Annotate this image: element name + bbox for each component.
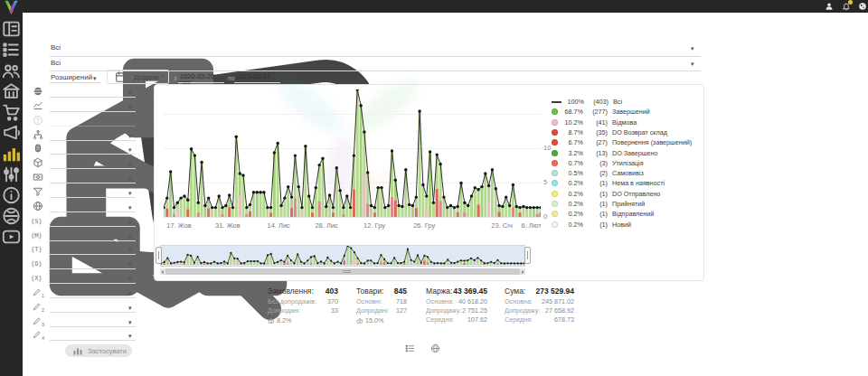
- filter-select[interactable]: [50, 102, 127, 111]
- date-to-input[interactable]: 2023-03-21: [236, 73, 270, 80]
- legend-item[interactable]: 0.5%(2)Самовивіз: [552, 168, 644, 178]
- filter-caret[interactable]: ▾: [128, 133, 132, 139]
- sidebar-item-dashboard[interactable]: [0, 19, 23, 39]
- filter-select[interactable]: [50, 145, 127, 154]
- brush-handle-left[interactable]: [156, 247, 162, 264]
- filter-select[interactable]: [50, 274, 127, 283]
- stat-sub-label: Середня:: [505, 316, 533, 323]
- help-icon: [33, 115, 43, 126]
- sidebar-item-cart[interactable]: [0, 102, 23, 122]
- filter-caret[interactable]: ▾: [128, 104, 132, 110]
- scroll-left-arrow[interactable]: [161, 270, 164, 274]
- filter-caret[interactable]: ▾: [128, 204, 132, 211]
- filter-caret[interactable]: ▾: [128, 319, 132, 325]
- filter-select[interactable]: [50, 331, 127, 340]
- legend-dot-swatch: [552, 180, 558, 186]
- sidebar-item-customers[interactable]: [0, 61, 23, 80]
- banknote-icon: [33, 172, 43, 183]
- filter-caret[interactable]: ▾: [128, 233, 132, 240]
- legend-item[interactable]: 6.7%(27)Повернення (завершений): [552, 137, 692, 147]
- filter-underline: [50, 111, 136, 112]
- filter-caret[interactable]: ▾: [128, 89, 132, 96]
- scroll-right-arrow[interactable]: [522, 270, 524, 274]
- funnel-icon: [33, 186, 43, 197]
- legend-item[interactable]: 0.7%(3)Утилізація: [552, 158, 644, 168]
- app-logo[interactable]: [3, 0, 20, 15]
- filter-select[interactable]: [50, 317, 127, 326]
- legend-item[interactable]: 0.2%(1)Нема в наявності: [552, 178, 665, 188]
- sidebar-item-settings[interactable]: [0, 164, 23, 184]
- legend-item[interactable]: 100%(403)Всі: [552, 97, 622, 107]
- date-field-select[interactable]: Додане ▾: [107, 70, 169, 84]
- legend-percent: 0.5%: [558, 169, 583, 177]
- legend-item[interactable]: 68.7%(277)Завершений: [552, 107, 650, 117]
- filter-select[interactable]: [50, 159, 127, 168]
- legend-item[interactable]: 3.2%(13)DO Завершено: [552, 148, 658, 158]
- x-axis-tick: 23. Січ: [491, 222, 513, 230]
- filter-caret[interactable]: ▾: [128, 190, 132, 196]
- product-filter-value[interactable]: Всі: [51, 60, 61, 67]
- category-filter-value[interactable]: Всі: [51, 44, 61, 52]
- legend-item[interactable]: 0.2%(1)DO Отправлено: [552, 189, 660, 199]
- globe-view-icon[interactable]: [430, 343, 440, 353]
- notifications-icon[interactable]: [842, 2, 851, 11]
- filter-underline: [50, 126, 136, 127]
- filter-caret[interactable]: ▾: [128, 146, 132, 153]
- sidebar-item-tutorials[interactable]: [0, 227, 23, 247]
- filter-select[interactable]: [50, 288, 127, 297]
- cube-icon: [33, 157, 43, 168]
- product-filter-caret[interactable]: ▾: [691, 61, 694, 67]
- filter-caret[interactable]: ▾: [128, 290, 132, 296]
- filter-select[interactable]: [50, 117, 127, 126]
- search-mode-select[interactable]: Розширений: [51, 74, 92, 81]
- apply-button[interactable]: Застосувати: [65, 344, 132, 357]
- legend-item[interactable]: 0.2%(1)Прийнятий: [552, 199, 645, 209]
- filter-select[interactable]: [50, 217, 127, 226]
- filter-select[interactable]: [50, 259, 127, 268]
- legend-item[interactable]: 0.2%(1)Новий: [552, 220, 631, 230]
- filter-select[interactable]: [50, 188, 127, 197]
- token-icon: {M}: [31, 232, 42, 240]
- stat-sub-label: Допродажу:: [426, 307, 461, 314]
- filter-caret[interactable]: ▾: [128, 175, 132, 182]
- search-mode-caret[interactable]: ▾: [93, 75, 97, 81]
- filter-select[interactable]: [50, 88, 127, 97]
- filter-caret[interactable]: ▾: [128, 219, 132, 225]
- filter-select[interactable]: [50, 245, 127, 254]
- theme-icon[interactable]: [858, 2, 867, 11]
- filter-caret[interactable]: ▾: [128, 333, 132, 339]
- legend-item[interactable]: 10.2%(41)Відмова: [552, 118, 637, 127]
- brush-chart[interactable]: [161, 246, 524, 266]
- date-field-caret: ▾: [162, 73, 165, 80]
- filter-caret[interactable]: ▾: [128, 161, 132, 167]
- filter-caret[interactable]: ▾: [128, 247, 132, 253]
- table-view-icon[interactable]: [405, 343, 415, 353]
- sidebar-item-store[interactable]: [0, 81, 23, 101]
- filter-select[interactable]: [50, 131, 127, 140]
- filter-caret[interactable]: ▾: [128, 118, 132, 125]
- scrollbar-thumb[interactable]: [165, 268, 520, 275]
- filter-select[interactable]: [50, 202, 127, 212]
- x-axis-tick: 6. Лют: [521, 222, 541, 230]
- sidebar-item-marketing[interactable]: [0, 123, 23, 143]
- filter-select[interactable]: [50, 174, 127, 183]
- filter-caret[interactable]: ▾: [128, 305, 132, 311]
- sidebar-item-analytics[interactable]: [0, 144, 23, 164]
- orders-chart[interactable]: [164, 89, 541, 218]
- topbar: [0, 0, 868, 13]
- filter-caret[interactable]: ▾: [128, 276, 132, 282]
- sidebar-item-info[interactable]: [0, 185, 23, 205]
- sidebar-item-orders[interactable]: [0, 40, 23, 60]
- filter-select[interactable]: [50, 303, 127, 312]
- filter-select[interactable]: [50, 231, 127, 240]
- account-icon[interactable]: [825, 2, 834, 11]
- date-from-input[interactable]: 2020-03-20: [180, 73, 214, 80]
- legend-item[interactable]: 8.7%(35)DO Возврат склад: [552, 127, 667, 137]
- filter-caret[interactable]: ▾: [128, 261, 132, 268]
- brush-handle-right[interactable]: [524, 247, 531, 264]
- sidebar-item-services[interactable]: [0, 206, 23, 226]
- legend-dot-swatch: [552, 160, 558, 166]
- category-filter-caret[interactable]: ▾: [691, 45, 694, 52]
- legend-item[interactable]: 0.2%(1)Відправлений: [552, 209, 654, 219]
- chart-scrollbar[interactable]: [160, 268, 525, 275]
